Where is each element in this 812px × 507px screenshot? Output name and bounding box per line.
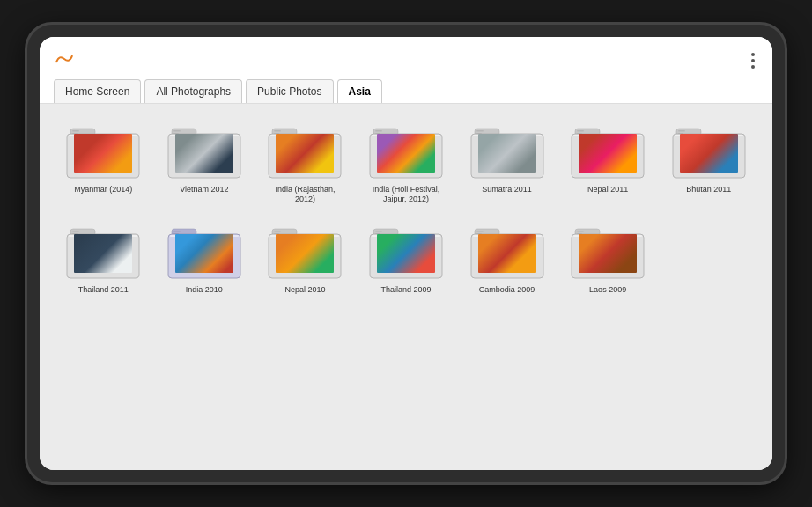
folder-label-bhutan: Bhutan 2011 xyxy=(686,185,731,195)
thumb-image-laos xyxy=(579,234,637,273)
folder-label-thailand2011: Thailand 2011 xyxy=(78,285,129,295)
tab-home[interactable]: Home Screen xyxy=(54,79,141,103)
content-area: Myanmar (2014) Vietnam 2012 India (Rajas… xyxy=(40,104,772,470)
folder-thumb-thailand2011 xyxy=(74,234,132,273)
folder-thumb-vietnam xyxy=(175,134,233,173)
folder-thumb-nepal2010 xyxy=(276,234,334,273)
svg-rect-41 xyxy=(173,231,181,232)
folder-thumb-india-holi xyxy=(377,134,435,173)
thumb-image-vietnam xyxy=(175,134,233,173)
folder-label-nepal2010: Nepal 2010 xyxy=(284,285,325,295)
folder-thumb-nepal2011 xyxy=(579,134,637,173)
svg-rect-26 xyxy=(577,130,584,132)
folder-icon-bhutan xyxy=(669,118,749,181)
tab-photographs[interactable]: All Photographs xyxy=(144,79,242,103)
tab-public[interactable]: Public Photos xyxy=(246,79,333,103)
folder-item-nepal2010[interactable]: Nepal 2010 xyxy=(259,218,351,295)
folder-icon-sumatra xyxy=(468,118,547,181)
folder-item-thailand2011[interactable]: Thailand 2011 xyxy=(57,218,150,295)
folder-label-sumatra: Sumatra 2011 xyxy=(482,185,532,195)
folder-thumb-myanmar xyxy=(74,134,132,173)
svg-rect-21 xyxy=(476,130,484,132)
folder-item-thailand2009[interactable]: Thailand 2009 xyxy=(360,218,453,295)
folder-item-myanmar[interactable]: Myanmar (2014) xyxy=(57,118,150,204)
nav-tabs: Home Screen All Photographs Public Photo… xyxy=(54,79,758,103)
folder-thumb-bhutan xyxy=(680,134,738,173)
folder-icon-india-holi xyxy=(366,118,446,181)
folder-item-nepal2011[interactable]: Nepal 2011 xyxy=(562,118,654,204)
folder-label-myanmar: Myanmar (2014) xyxy=(74,185,132,195)
brand-logo xyxy=(54,53,75,65)
folder-label-india-holi: India (Holi Festival, Jaipur, 2012) xyxy=(366,185,446,204)
folder-label-cambodia: Cambodia 2009 xyxy=(479,285,535,295)
folder-label-thailand2009: Thailand 2009 xyxy=(380,285,431,295)
thumb-image-india-raj xyxy=(276,134,334,173)
folder-item-laos[interactable]: Laos 2009 xyxy=(562,218,654,295)
tab-asia[interactable]: Asia xyxy=(337,79,382,103)
folder-label-nepal2011: Nepal 2011 xyxy=(587,185,628,195)
folder-label-vietnam: Vietnam 2012 xyxy=(180,185,228,195)
folder-icon-thailand2011 xyxy=(63,218,143,282)
folder-thumb-india2010 xyxy=(175,234,233,273)
folder-icon-laos xyxy=(568,218,647,282)
folder-icon-nepal2010 xyxy=(265,218,344,282)
folder-item-india-holi[interactable]: India (Holi Festival, Jaipur, 2012) xyxy=(360,118,453,204)
svg-rect-31 xyxy=(678,130,685,132)
folder-icon-india-raj xyxy=(265,118,344,181)
thumb-image-nepal2011 xyxy=(579,134,637,173)
folder-label-india2010: India 2010 xyxy=(186,285,223,295)
thumb-image-india2010 xyxy=(175,234,233,273)
folder-icon-myanmar xyxy=(63,118,143,181)
svg-rect-6 xyxy=(173,130,181,132)
folder-thumb-cambodia xyxy=(478,234,536,273)
folder-label-laos: Laos 2009 xyxy=(589,285,626,295)
brand-icon xyxy=(54,53,75,65)
thumb-image-sumatra xyxy=(478,134,536,173)
folder-icon-thailand2009 xyxy=(366,218,446,282)
svg-rect-56 xyxy=(476,231,484,232)
folder-item-cambodia[interactable]: Cambodia 2009 xyxy=(461,218,553,295)
thumb-image-bhutan xyxy=(680,134,738,173)
folders-grid: Myanmar (2014) Vietnam 2012 India (Rajas… xyxy=(57,118,755,294)
thumb-image-india-holi xyxy=(377,134,435,173)
svg-rect-1 xyxy=(72,130,79,132)
svg-rect-16 xyxy=(375,130,382,132)
thumb-image-thailand2011 xyxy=(74,234,132,273)
folder-icon-vietnam xyxy=(165,118,244,181)
folder-icon-india2010 xyxy=(165,218,244,282)
folder-item-vietnam[interactable]: Vietnam 2012 xyxy=(159,118,251,204)
device-frame: Home Screen All Photographs Public Photo… xyxy=(27,25,785,482)
thumb-image-cambodia xyxy=(478,234,536,273)
folder-thumb-laos xyxy=(579,234,637,273)
svg-rect-36 xyxy=(72,231,79,232)
folder-thumb-sumatra xyxy=(478,134,536,173)
thumb-image-myanmar xyxy=(74,134,132,173)
more-options-button[interactable] xyxy=(748,49,758,72)
svg-rect-61 xyxy=(577,231,584,232)
thumb-image-nepal2010 xyxy=(276,234,334,273)
svg-rect-11 xyxy=(274,130,281,132)
folder-icon-cambodia xyxy=(468,218,547,282)
folder-item-sumatra[interactable]: Sumatra 2011 xyxy=(461,118,553,204)
folder-thumb-india-raj xyxy=(276,134,334,173)
folder-item-bhutan[interactable]: Bhutan 2011 xyxy=(662,118,755,204)
svg-rect-51 xyxy=(375,231,382,232)
folder-icon-nepal2011 xyxy=(568,118,647,181)
thumb-image-thailand2009 xyxy=(377,234,435,273)
folder-item-india-raj[interactable]: India (Rajasthan, 2012) xyxy=(259,118,351,204)
folder-label-india-raj: India (Rajasthan, 2012) xyxy=(265,185,344,204)
folder-item-india2010[interactable]: India 2010 xyxy=(159,218,251,295)
header: Home Screen All Photographs Public Photo… xyxy=(40,37,772,104)
svg-rect-46 xyxy=(274,231,281,232)
screen: Home Screen All Photographs Public Photo… xyxy=(40,37,772,470)
folder-thumb-thailand2009 xyxy=(377,234,435,273)
